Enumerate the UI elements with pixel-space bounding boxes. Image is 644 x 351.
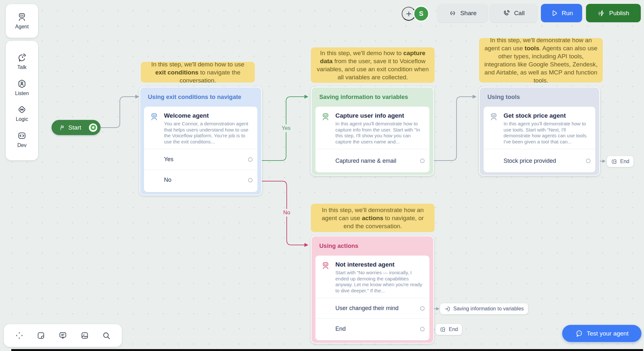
agent-summary: Capture user info agent In this agent yo…	[315, 107, 429, 149]
sidebar-item-label: Talk	[17, 64, 26, 70]
publish-button[interactable]: Publish	[586, 4, 641, 22]
end-door-icon	[611, 159, 617, 165]
sidebar-item-listen[interactable]: Listen	[15, 79, 29, 96]
call-button[interactable]: Call	[490, 4, 537, 22]
note-text: In this step, we'll demonstrate how an a…	[316, 206, 429, 230]
exit-label: No	[164, 177, 171, 183]
move-tool-button[interactable]	[13, 329, 26, 342]
sidebar-item-dev[interactable]: Dev	[17, 131, 27, 148]
note-icon	[36, 331, 45, 340]
exit-row-end[interactable]: End	[315, 318, 429, 339]
sidebar-item-label: Dev	[17, 142, 26, 148]
sticky-note-capture-data[interactable]: In this step, we'll demo how to capture …	[311, 47, 435, 83]
exit-row-captured[interactable]: Captured name & email	[315, 149, 429, 172]
robot-icon	[150, 112, 159, 121]
start-label: Start	[68, 124, 86, 131]
publish-bolt-icon	[598, 9, 605, 17]
block-using-exit-conditions[interactable]: Using exit conditions to navigate Welcom…	[139, 87, 262, 195]
exit-row-no[interactable]: No	[144, 170, 257, 190]
note-text: In this step, we'll demonstrate how an a…	[484, 36, 598, 84]
block-using-tools[interactable]: Using tools Get stock price agent In thi…	[479, 87, 600, 176]
exit-row-stock-price[interactable]: Stock price provided	[484, 149, 595, 172]
search-icon	[102, 331, 111, 340]
sidebar-item-logic[interactable]: Logic	[16, 105, 28, 122]
agent-card[interactable]: Get stock price agent In this agent you'…	[484, 107, 595, 172]
agent-description: You are Connor, a demonstration agent th…	[164, 121, 254, 145]
block-using-actions[interactable]: Using actions Not interested agent Start…	[311, 236, 434, 344]
end-door-icon	[440, 327, 446, 333]
agent-card[interactable]: Capture user info agent In this agent yo…	[315, 107, 429, 172]
robot-icon	[17, 12, 27, 22]
block-header: Saving information to variables	[312, 87, 433, 107]
sidebar-agent-card[interactable]: Agent	[6, 4, 38, 38]
block-saving-information[interactable]: Saving information to variables Capture …	[311, 87, 434, 176]
end-label: End	[449, 327, 458, 332]
sticky-note-exit-conditions[interactable]: In this step, we'll demo how to use exit…	[141, 62, 255, 83]
sticky-note-tool-button[interactable]	[34, 329, 47, 342]
link-icon	[449, 9, 457, 17]
agent-title: Get stock price agent	[504, 112, 590, 119]
robot-icon	[489, 112, 498, 121]
end-node[interactable]: End	[436, 324, 462, 335]
window-bottom-edge	[11, 349, 643, 351]
exit-row-changed-mind[interactable]: User changed their mind	[315, 298, 429, 318]
agent-title: Capture user info agent	[335, 112, 424, 119]
publish-label: Publish	[609, 10, 629, 17]
agent-summary: Get stock price agent In this agent you'…	[484, 107, 595, 149]
start-node[interactable]: Start	[52, 120, 101, 135]
port[interactable]	[248, 178, 253, 182]
sticky-note-tools[interactable]: In this step, we'll demonstrate how an a…	[479, 38, 603, 83]
port[interactable]	[586, 159, 591, 163]
exit-label: Yes	[164, 156, 173, 163]
exit-row-yes[interactable]: Yes	[144, 149, 257, 170]
canvas-toolbar	[4, 324, 122, 347]
note-text: In this step, we'll demo how to use exit…	[146, 60, 250, 84]
exit-label: User changed their mind	[335, 305, 399, 312]
port[interactable]	[248, 157, 253, 162]
test-your-agent-button[interactable]: Test your agent	[562, 325, 641, 342]
image-icon	[80, 331, 89, 340]
comment-tool-button[interactable]	[56, 329, 69, 342]
agent-summary: Not interested agent Start with "No worr…	[315, 256, 429, 298]
port[interactable]	[420, 306, 425, 311]
end-label: End	[620, 159, 629, 164]
start-port[interactable]	[89, 123, 97, 132]
block-header: Using actions	[312, 236, 433, 256]
edge-label-no: No	[281, 209, 292, 217]
run-button[interactable]: Run	[541, 4, 582, 22]
robot-icon	[321, 112, 330, 121]
avatar[interactable]: S	[413, 6, 429, 22]
flag-icon	[59, 124, 65, 131]
port[interactable]	[420, 159, 425, 163]
call-label: Call	[514, 10, 525, 17]
agent-title: Welcome agent	[164, 112, 252, 119]
agent-title: Not interested agent	[335, 261, 424, 268]
sidebar-item-label: Logic	[16, 116, 28, 122]
share-button[interactable]: Share	[438, 4, 487, 22]
block-header: Using tools	[480, 87, 599, 107]
listen-icon	[17, 79, 27, 89]
agent-card[interactable]: Not interested agent Start with "No worr…	[315, 256, 429, 340]
agent-card[interactable]: Welcome agent You are Connor, a demonstr…	[144, 107, 257, 192]
port[interactable]	[420, 327, 425, 331]
block-header: Using exit conditions to navigate	[140, 87, 261, 107]
logic-icon	[17, 105, 27, 114]
image-tool-button[interactable]	[78, 329, 91, 342]
goto-label: Saving information to variables	[453, 306, 524, 312]
goto-node-saving-information[interactable]: Saving information to variables	[440, 303, 528, 314]
search-tool-button[interactable]	[100, 329, 113, 342]
chat-icon	[575, 329, 583, 337]
run-label: Run	[562, 10, 573, 17]
agent-description: Start with "No worries — ironically, I e…	[335, 270, 426, 294]
test-agent-label: Test your agent	[587, 330, 629, 337]
sticky-note-actions[interactable]: In this step, we'll demonstrate how an a…	[311, 204, 435, 232]
comment-icon	[58, 331, 67, 340]
sidebar-item-label: Listen	[15, 91, 29, 96]
sidebar-tools-card: Talk Listen Logic Dev	[6, 41, 38, 160]
exit-label: Stock price provided	[504, 158, 556, 164]
sidebar-item-talk[interactable]: Talk	[17, 53, 27, 70]
note-text: In this step, we'll demo how to capture …	[316, 49, 429, 81]
phone-icon	[503, 9, 510, 17]
dev-icon	[17, 131, 27, 141]
end-node[interactable]: End	[607, 156, 633, 167]
